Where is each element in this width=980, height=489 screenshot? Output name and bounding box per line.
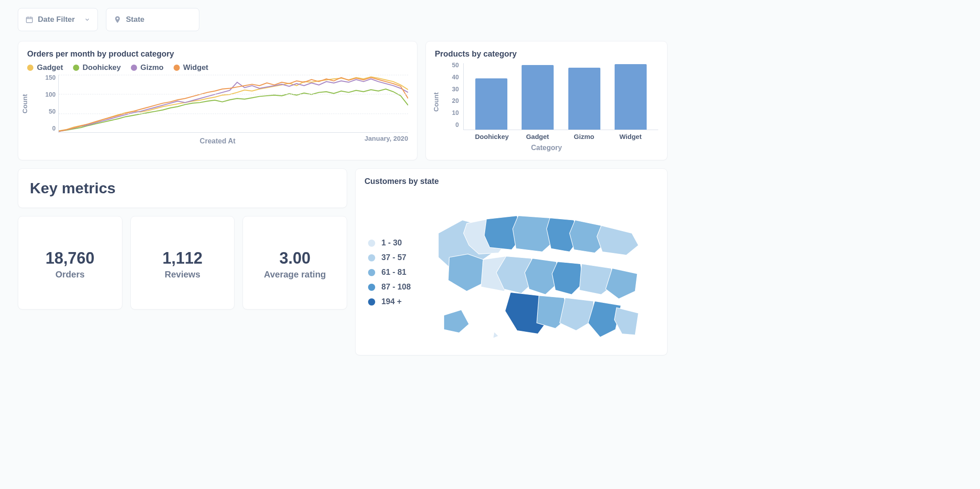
legend-label: Gizmo [141, 63, 164, 72]
line-legend: GadgetDoohickeyGizmoWidget [27, 63, 408, 72]
y-tick: 0 [448, 121, 459, 128]
y-tick: 50 [448, 61, 459, 69]
calendar-icon [25, 16, 33, 24]
y-tick: 20 [448, 97, 459, 104]
legend-dot-icon [368, 284, 375, 291]
legend-dot-icon [368, 240, 375, 247]
legend-label: 37 - 57 [381, 253, 406, 262]
legend-item[interactable]: Widget [174, 63, 209, 72]
legend-dot-icon [174, 65, 180, 71]
svg-rect-0 [26, 17, 32, 23]
map-legend: 1 - 3037 - 5761 - 8187 - 108194 + [364, 238, 411, 306]
card-customers-map: Customers by state 1 - 3037 - 5761 - 818… [355, 168, 668, 355]
y-axis-label: Count [21, 94, 28, 113]
bar[interactable] [568, 68, 600, 130]
y-tick: 100 [43, 91, 56, 98]
chart-title: Products by category [435, 49, 658, 59]
bar-category-label: Gizmo [568, 133, 600, 140]
line-series [59, 77, 408, 131]
state-filter-label: State [126, 15, 145, 24]
map-legend-item: 194 + [368, 297, 411, 306]
key-metrics-row: 18,760Orders1,112Reviews3.00Average rati… [18, 216, 347, 310]
bar-category-label: Widget [615, 133, 647, 140]
metric-label: Orders [56, 269, 85, 280]
x-annotation: January, 2020 [364, 134, 408, 142]
date-filter-label: Date Filter [38, 15, 75, 24]
legend-dot-icon [73, 65, 79, 71]
y-axis-label: Count [432, 92, 440, 111]
legend-item[interactable]: Gadget [27, 63, 63, 72]
metric-card[interactable]: 18,760Orders [18, 216, 122, 310]
state-filter-button[interactable]: State [106, 8, 199, 31]
legend-label: 61 - 81 [381, 268, 406, 277]
y-tick: 10 [448, 109, 459, 116]
key-metrics-heading: Key metrics [30, 179, 335, 197]
metric-card[interactable]: 3.00Average rating [243, 216, 347, 310]
legend-label: 1 - 30 [381, 238, 402, 248]
legend-label: Doohickey [83, 63, 121, 72]
metric-value: 1,112 [162, 249, 202, 268]
metric-label: Average rating [264, 269, 326, 280]
metric-card[interactable]: 1,112Reviews [130, 216, 235, 310]
chart-title: Orders per month by product category [27, 49, 408, 59]
y-tick: 30 [448, 86, 459, 93]
bar[interactable] [615, 64, 647, 130]
legend-dot-icon [368, 269, 375, 276]
map-legend-item: 87 - 108 [368, 282, 411, 292]
bar[interactable] [522, 65, 554, 130]
y-tick: 150 [43, 74, 56, 81]
metric-label: Reviews [165, 269, 200, 280]
metric-value: 18,760 [45, 249, 94, 268]
legend-label: 194 + [381, 297, 402, 306]
map-legend-item: 1 - 30 [368, 238, 411, 248]
line-series [59, 77, 408, 131]
legend-dot-icon [368, 254, 375, 261]
card-key-metrics-title: Key metrics [18, 168, 347, 208]
metric-value: 3.00 [279, 249, 311, 268]
card-orders-line: Orders per month by product category Gad… [18, 41, 417, 160]
filter-bar: Date Filter State [18, 8, 668, 31]
chart-title: Customers by state [364, 177, 658, 186]
legend-dot-icon [27, 65, 33, 71]
line-series [59, 89, 408, 131]
bar[interactable] [475, 78, 507, 130]
legend-dot-icon [368, 298, 375, 306]
legend-item[interactable]: Doohickey [73, 63, 121, 72]
y-tick: 40 [448, 73, 459, 81]
bar-plot[interactable] [463, 63, 658, 130]
map-legend-item: 61 - 81 [368, 268, 411, 277]
legend-label: Gadget [37, 63, 63, 72]
location-icon [113, 16, 121, 24]
y-tick: 0 [43, 125, 56, 132]
line-series [59, 79, 408, 131]
date-filter-button[interactable]: Date Filter [18, 8, 98, 31]
bar-category-label: Gadget [522, 133, 554, 140]
legend-dot-icon [131, 65, 137, 71]
line-plot[interactable]: January, 2020 [58, 75, 408, 133]
legend-label: Widget [183, 63, 209, 72]
card-products-bar: Products by category Count 50403020100 D… [425, 41, 668, 160]
us-map[interactable] [420, 198, 658, 347]
y-tick: 50 [43, 108, 56, 115]
x-axis-label: Created At [27, 137, 408, 145]
x-axis-label: Category [435, 144, 658, 152]
chevron-down-icon [84, 16, 90, 23]
map-legend-item: 37 - 57 [368, 253, 411, 262]
bar-category-label: Doohickey [475, 133, 507, 140]
legend-label: 87 - 108 [381, 282, 411, 292]
legend-item[interactable]: Gizmo [131, 63, 164, 72]
